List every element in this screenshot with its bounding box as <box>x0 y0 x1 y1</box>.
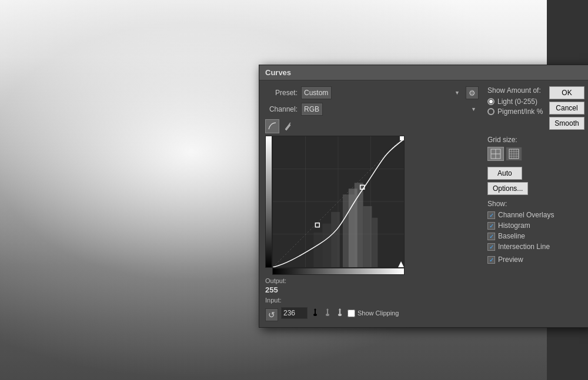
pigment-radio[interactable] <box>487 108 495 115</box>
ok-button[interactable]: OK <box>549 86 584 99</box>
rotate-button[interactable]: ↺ <box>265 308 278 321</box>
channel-overlays-row[interactable]: ✓ Channel Overlays <box>487 211 584 219</box>
svg-marker-22 <box>314 308 316 310</box>
intersection-line-row[interactable]: ✓ Intersection Line <box>487 243 584 251</box>
tool-row <box>265 119 479 133</box>
svg-rect-13 <box>322 224 331 267</box>
preset-dropdown[interactable]: Custom <box>301 86 332 99</box>
svg-rect-16 <box>315 223 319 227</box>
curve-canvas[interactable] <box>272 136 405 268</box>
svg-marker-28 <box>339 308 341 310</box>
svg-rect-18 <box>400 136 404 140</box>
curve-panel: Preset: Custom ⚙ Channel: RGB <box>265 86 479 321</box>
horizontal-gradient <box>272 268 405 275</box>
intersection-line-label: Intersection Line <box>498 243 550 251</box>
auto-button[interactable]: Auto <box>487 167 522 180</box>
show-title: Show: <box>487 200 584 208</box>
grid-4x4-button[interactable] <box>487 147 504 161</box>
gear-button[interactable]: ⚙ <box>466 86 479 99</box>
channel-overlays-checkbox[interactable]: ✓ <box>487 211 495 219</box>
smooth-button[interactable]: Smooth <box>549 117 584 130</box>
vertical-gradient <box>265 136 272 268</box>
light-radio-row[interactable]: Light (0-255) <box>487 97 543 106</box>
light-radio[interactable] <box>487 98 495 105</box>
show-clipping-label: Show Clipping <box>358 310 399 317</box>
svg-marker-25 <box>326 308 329 310</box>
options-button[interactable]: Options... <box>487 182 528 195</box>
channel-overlays-label: Channel Overlays <box>498 211 554 219</box>
baseline-row[interactable]: ✓ Baseline <box>487 232 584 240</box>
canvas-area <box>265 136 479 275</box>
svg-rect-14 <box>313 233 322 267</box>
svg-rect-12 <box>331 212 340 267</box>
cancel-button[interactable]: Cancel <box>549 102 584 115</box>
svg-rect-27 <box>339 310 340 314</box>
baseline-checkbox[interactable]: ✓ <box>487 233 495 240</box>
histogram-row[interactable]: ✓ Histogram <box>487 221 584 230</box>
channel-dropdown[interactable]: RGB <box>301 103 323 116</box>
eyedropper-white-button[interactable] <box>335 308 345 319</box>
svg-rect-24 <box>327 310 328 314</box>
light-label: Light (0-255) <box>497 97 537 106</box>
curve-tool-button[interactable] <box>265 119 279 133</box>
input-label: Input: <box>265 297 479 304</box>
preset-label: Preset: <box>265 89 298 97</box>
output-label: Output: <box>265 277 286 284</box>
curves-dialog: Curves Preset: Custom ⚙ Channel: RGB <box>259 65 588 328</box>
svg-line-0 <box>289 123 290 124</box>
output-value: 255 <box>265 285 286 294</box>
svg-marker-19 <box>398 261 404 267</box>
preview-label: Preview <box>498 255 523 264</box>
dialog-titlebar: Curves <box>259 65 588 80</box>
dialog-title: Curves <box>265 68 291 77</box>
svg-rect-11 <box>349 189 358 267</box>
histogram-label: Histogram <box>498 221 530 230</box>
eyedropper-gray-button[interactable] <box>323 308 332 319</box>
histogram-checkbox[interactable]: ✓ <box>487 222 495 230</box>
grid-size-title: Grid size: <box>487 136 584 144</box>
preview-checkbox[interactable]: ✓ <box>487 256 495 264</box>
input-field[interactable]: 236 <box>281 307 308 319</box>
show-clipping-checkbox[interactable] <box>348 310 355 317</box>
channel-label: Channel: <box>265 105 298 113</box>
pigment-radio-row[interactable]: Pigment/Ink % <box>487 107 543 116</box>
baseline-label: Baseline <box>498 232 525 240</box>
options-panel: Show Amount of: Light (0-255) Pigment/In… <box>485 86 584 321</box>
intersection-line-checkbox[interactable]: ✓ <box>487 243 495 251</box>
preview-row[interactable]: ✓ Preview <box>487 255 584 264</box>
svg-rect-10 <box>372 218 377 267</box>
svg-rect-9 <box>363 206 372 267</box>
show-amount-title: Show Amount of: <box>487 86 543 95</box>
grid-fine-button[interactable] <box>506 147 522 161</box>
pencil-tool-button[interactable] <box>281 119 295 133</box>
pigment-label: Pigment/Ink % <box>497 107 543 116</box>
eyedropper-black-button[interactable] <box>310 308 320 319</box>
svg-rect-21 <box>315 310 316 314</box>
